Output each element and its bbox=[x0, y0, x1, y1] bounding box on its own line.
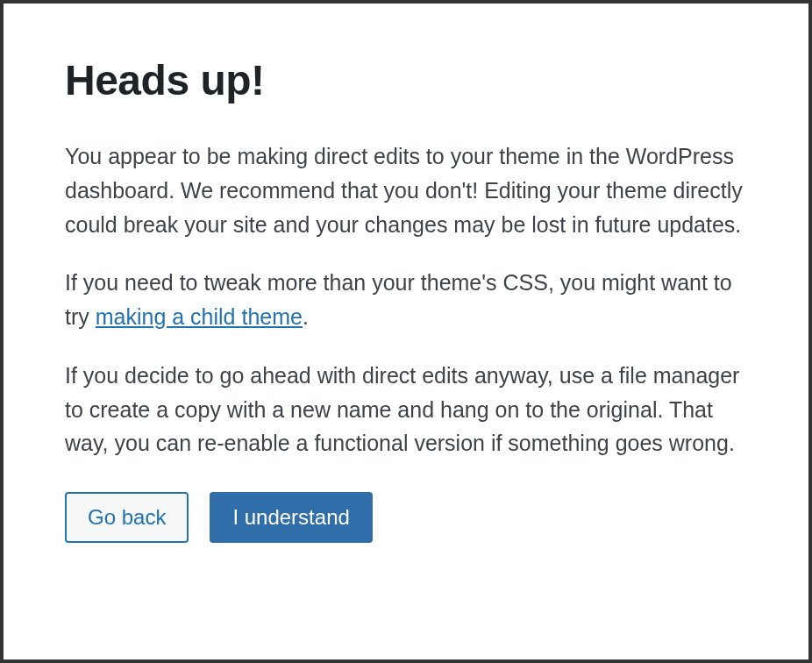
i-understand-button[interactable]: I understand bbox=[210, 492, 372, 543]
go-back-button[interactable]: Go back bbox=[65, 492, 189, 543]
warning-dialog: Heads up! You appear to be making direct… bbox=[65, 56, 747, 543]
paragraph-2-text-after: . bbox=[303, 304, 309, 329]
child-theme-link[interactable]: making a child theme bbox=[96, 304, 303, 329]
dialog-button-row: Go back I understand bbox=[65, 492, 747, 543]
dialog-paragraph-2: If you need to tweak more than your them… bbox=[65, 266, 747, 334]
dialog-paragraph-3: If you decide to go ahead with direct ed… bbox=[65, 359, 747, 460]
dialog-paragraph-1: You appear to be making direct edits to … bbox=[65, 139, 747, 241]
dialog-title: Heads up! bbox=[65, 56, 747, 104]
